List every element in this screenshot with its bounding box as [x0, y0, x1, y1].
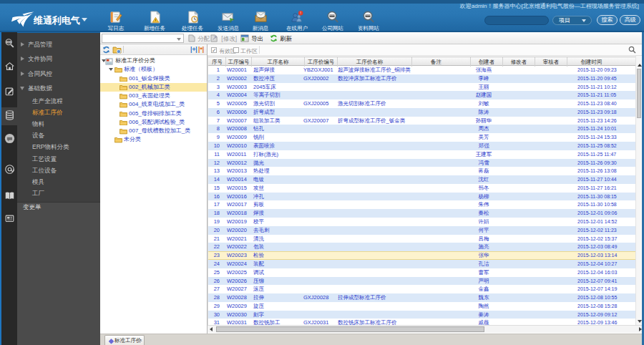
svg-text:WWW: WWW: [364, 14, 371, 17]
svg-text:!: !: [300, 11, 301, 15]
svg-text:GXJ: GXJ: [7, 41, 11, 44]
svg-text:WWW: WWW: [328, 14, 336, 17]
